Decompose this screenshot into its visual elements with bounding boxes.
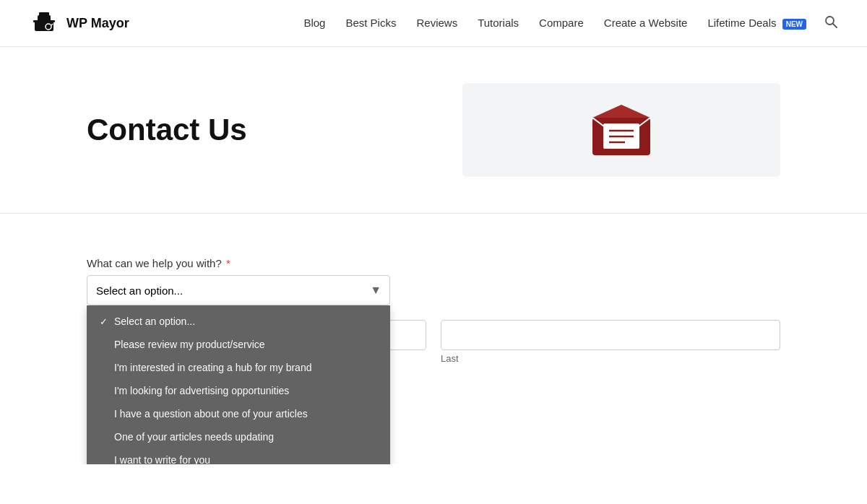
nav-logo[interactable]: WP Mayor (29, 8, 129, 38)
nav-item-create-website[interactable]: Create a Website (604, 17, 688, 30)
dropdown-item-update[interactable]: One of your articles needs updating (87, 425, 390, 448)
help-field: What can we help you with? * Select an o… (87, 257, 780, 305)
nav-links: Blog Best Picks Reviews Tutorials Compar… (303, 17, 806, 30)
lifetime-deals-label: Lifetime Deals (707, 17, 776, 29)
envelope-icon (589, 103, 654, 157)
section-divider (0, 213, 867, 214)
svg-line-7 (833, 24, 837, 27)
last-name-input[interactable] (441, 320, 780, 350)
nav-link-reviews[interactable]: Reviews (416, 17, 457, 29)
nav-link-best-picks[interactable]: Best Picks (345, 17, 396, 29)
form-section: What can we help you with? * Select an o… (0, 243, 867, 464)
svg-rect-2 (39, 12, 49, 17)
nav-link-tutorials[interactable]: Tutorials (478, 17, 519, 29)
nav-logo-text: WP Mayor (66, 16, 129, 31)
dropdown-item-question[interactable]: I have a question about one of your arti… (87, 402, 390, 425)
nav-link-lifetime-deals[interactable]: Lifetime Deals NEW (707, 17, 806, 29)
dropdown-item-advertising[interactable]: I'm looking for advertising opportunitie… (87, 379, 390, 402)
svg-point-6 (826, 17, 834, 25)
help-select[interactable]: Select an option... Please review my pro… (87, 275, 390, 305)
last-name-label: Last (441, 353, 780, 364)
nav-item-reviews[interactable]: Reviews (416, 17, 457, 30)
nav-item-blog[interactable]: Blog (303, 17, 325, 30)
nav-link-create-website[interactable]: Create a Website (604, 17, 688, 29)
nav-item-tutorials[interactable]: Tutorials (478, 17, 519, 30)
nav-item-best-picks[interactable]: Best Picks (345, 17, 396, 30)
new-badge: NEW (782, 19, 806, 30)
search-icon[interactable] (824, 14, 838, 32)
help-required-star: * (223, 257, 230, 269)
nav-link-blog[interactable]: Blog (303, 17, 325, 29)
dropdown-item-write[interactable]: I want to write for you (87, 448, 390, 464)
svg-rect-5 (33, 20, 55, 22)
dropdown-item-select[interactable]: ✓ Select an option... (87, 310, 390, 333)
check-icon: ✓ (100, 316, 110, 327)
nav-link-compare[interactable]: Compare (539, 17, 584, 29)
nav-item-lifetime-deals[interactable]: Lifetime Deals NEW (707, 17, 806, 30)
help-label: What can we help you with? * (87, 257, 780, 269)
nav-item-compare[interactable]: Compare (539, 17, 584, 30)
wp-mayor-logo-icon (29, 8, 59, 38)
hero-section: Contact Us (0, 47, 867, 213)
navbar: WP Mayor Blog Best Picks Reviews Tutoria… (0, 0, 867, 47)
dropdown-item-hub[interactable]: I'm interested in creating a hub for my … (87, 356, 390, 379)
hero-image-box (462, 83, 780, 177)
last-name-field: Last (441, 320, 780, 364)
dropdown-menu: ✓ Select an option... Please review my p… (87, 305, 390, 464)
dropdown-item-review[interactable]: Please review my product/service (87, 333, 390, 356)
page-title: Contact Us (87, 113, 434, 147)
help-select-wrapper: Select an option... Please review my pro… (87, 275, 390, 305)
